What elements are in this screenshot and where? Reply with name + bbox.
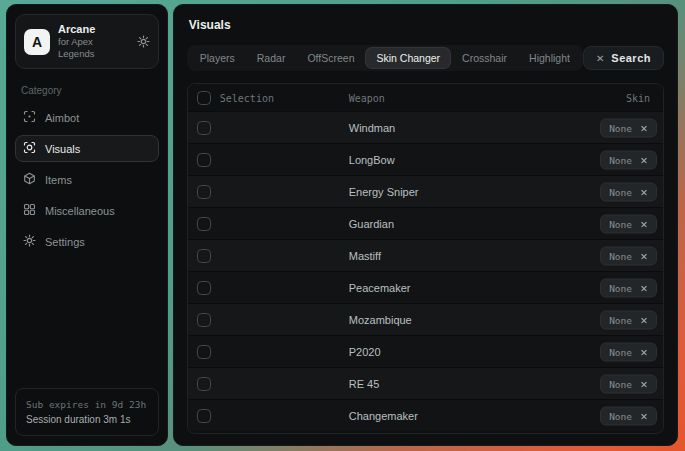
skin-select[interactable]: None✕ bbox=[600, 246, 657, 265]
tab-highlight[interactable]: Highlight bbox=[519, 48, 580, 68]
select-all-checkbox[interactable] bbox=[197, 91, 211, 105]
grid-icon bbox=[23, 203, 36, 218]
skin-value: None bbox=[609, 282, 632, 293]
row-checkbox[interactable] bbox=[197, 281, 211, 295]
tab-offscreen[interactable]: OffScreen bbox=[297, 48, 364, 68]
weapon-name: Energy Sniper bbox=[349, 186, 419, 198]
row-checkbox[interactable] bbox=[197, 185, 211, 199]
sidebar-item-aimbot[interactable]: Aimbot bbox=[15, 104, 159, 131]
clear-skin-icon[interactable]: ✕ bbox=[640, 186, 648, 197]
row-checkbox[interactable] bbox=[197, 153, 211, 167]
skin-select[interactable]: None✕ bbox=[600, 182, 657, 201]
table-row: ChangemakerNone✕ bbox=[188, 399, 663, 431]
tab-crosshair[interactable]: Crosshair bbox=[452, 48, 517, 68]
table-row: Energy SniperNone✕ bbox=[188, 175, 663, 207]
column-header-selection: Selection bbox=[220, 92, 274, 103]
sidebar-item-label: Miscellaneous bbox=[45, 205, 115, 217]
clear-skin-icon[interactable]: ✕ bbox=[640, 282, 648, 293]
skin-value: None bbox=[609, 346, 632, 357]
column-header-skin: Skin bbox=[626, 92, 650, 103]
column-header-weapon: Weapon bbox=[349, 92, 385, 103]
skin-select[interactable]: None✕ bbox=[600, 118, 657, 137]
app-subtitle: for Apex Legends bbox=[58, 36, 129, 60]
skin-value: None bbox=[609, 218, 632, 229]
skin-table: Selection Weapon Skin WindmanNone✕LongBo… bbox=[187, 83, 664, 434]
weapon-name: P2020 bbox=[349, 346, 381, 358]
skin-select[interactable]: None✕ bbox=[600, 278, 657, 297]
sidebar-item-label: Aimbot bbox=[45, 112, 79, 124]
row-checkbox[interactable] bbox=[197, 121, 211, 135]
skin-select[interactable]: None✕ bbox=[600, 406, 657, 425]
sidebar-item-visuals[interactable]: Visuals bbox=[15, 135, 159, 162]
clear-skin-icon[interactable]: ✕ bbox=[640, 410, 648, 421]
clear-skin-icon[interactable]: ✕ bbox=[640, 314, 648, 325]
skin-value: None bbox=[609, 186, 632, 197]
close-icon: ✕ bbox=[596, 53, 604, 64]
skin-select[interactable]: None✕ bbox=[600, 310, 657, 329]
sidebar: A Arcane for Apex Legends Category Aimbo… bbox=[6, 4, 168, 446]
table-body: WindmanNone✕LongBowNone✕Energy SniperNon… bbox=[188, 111, 663, 431]
weapon-name: Peacemaker bbox=[349, 282, 411, 294]
table-row: LongBowNone✕ bbox=[188, 143, 663, 175]
gear-icon[interactable] bbox=[137, 35, 150, 48]
skin-value: None bbox=[609, 122, 632, 133]
session-duration-text: Session duration 3m 1s bbox=[26, 412, 148, 427]
clear-skin-icon[interactable]: ✕ bbox=[640, 250, 648, 261]
skin-value: None bbox=[609, 378, 632, 389]
table-row: GuardianNone✕ bbox=[188, 207, 663, 239]
app-name: Arcane bbox=[58, 23, 129, 36]
tab-bar: PlayersRadarOffScreenSkin ChangerCrossha… bbox=[187, 45, 583, 71]
table-row: PeacemakerNone✕ bbox=[188, 271, 663, 303]
table-row: RE 45None✕ bbox=[188, 367, 663, 399]
row-checkbox[interactable] bbox=[197, 217, 211, 231]
clear-skin-icon[interactable]: ✕ bbox=[640, 154, 648, 165]
sidebar-item-settings[interactable]: Settings bbox=[15, 228, 159, 255]
table-row: MastiffNone✕ bbox=[188, 239, 663, 271]
row-checkbox[interactable] bbox=[197, 313, 211, 327]
skin-value: None bbox=[609, 314, 632, 325]
table-row: MozambiqueNone✕ bbox=[188, 303, 663, 335]
skin-select[interactable]: None✕ bbox=[600, 342, 657, 361]
skin-select[interactable]: None✕ bbox=[600, 150, 657, 169]
row-checkbox[interactable] bbox=[197, 377, 211, 391]
skin-select[interactable]: None✕ bbox=[600, 214, 657, 233]
row-checkbox[interactable] bbox=[197, 409, 211, 423]
app-header-card: A Arcane for Apex Legends bbox=[15, 14, 159, 69]
skin-select[interactable]: None✕ bbox=[600, 374, 657, 393]
sidebar-item-label: Settings bbox=[45, 236, 85, 248]
skin-value: None bbox=[609, 250, 632, 261]
skin-value: None bbox=[609, 410, 632, 421]
sidebar-item-label: Items bbox=[45, 174, 72, 186]
gear-icon bbox=[23, 234, 36, 249]
category-label: Category bbox=[21, 85, 159, 96]
tab-radar[interactable]: Radar bbox=[247, 48, 296, 68]
tab-skin-changer[interactable]: Skin Changer bbox=[366, 48, 450, 68]
sidebar-nav: AimbotVisualsItemsMiscellaneousSettings bbox=[15, 104, 159, 255]
sidebar-item-items[interactable]: Items bbox=[15, 166, 159, 193]
tab-players[interactable]: Players bbox=[190, 48, 245, 68]
eye-scan-icon bbox=[23, 141, 36, 156]
weapon-name: Guardian bbox=[349, 218, 394, 230]
row-checkbox[interactable] bbox=[197, 345, 211, 359]
main-panel: Visuals PlayersRadarOffScreenSkin Change… bbox=[173, 4, 678, 446]
clear-skin-icon[interactable]: ✕ bbox=[640, 378, 648, 389]
clear-skin-icon[interactable]: ✕ bbox=[640, 218, 648, 229]
weapon-name: LongBow bbox=[349, 154, 395, 166]
table-row: P2020None✕ bbox=[188, 335, 663, 367]
sidebar-item-label: Visuals bbox=[45, 143, 80, 155]
table-header-row: Selection Weapon Skin bbox=[188, 84, 663, 111]
weapon-name: Mastiff bbox=[349, 250, 381, 262]
weapon-name: Mozambique bbox=[349, 314, 412, 326]
search-button[interactable]: ✕ Search bbox=[583, 46, 664, 70]
skin-value: None bbox=[609, 154, 632, 165]
clear-skin-icon[interactable]: ✕ bbox=[640, 122, 648, 133]
sub-expires-text: Sub expires in 9d 23h bbox=[26, 397, 148, 412]
table-row: WindmanNone✕ bbox=[188, 111, 663, 143]
clear-skin-icon[interactable]: ✕ bbox=[640, 346, 648, 357]
app-logo: A bbox=[24, 29, 50, 55]
weapon-name: Changemaker bbox=[349, 410, 418, 422]
app-window: A Arcane for Apex Legends Category Aimbo… bbox=[6, 4, 678, 446]
row-checkbox[interactable] bbox=[197, 249, 211, 263]
weapon-name: Windman bbox=[349, 122, 395, 134]
sidebar-item-miscellaneous[interactable]: Miscellaneous bbox=[15, 197, 159, 224]
